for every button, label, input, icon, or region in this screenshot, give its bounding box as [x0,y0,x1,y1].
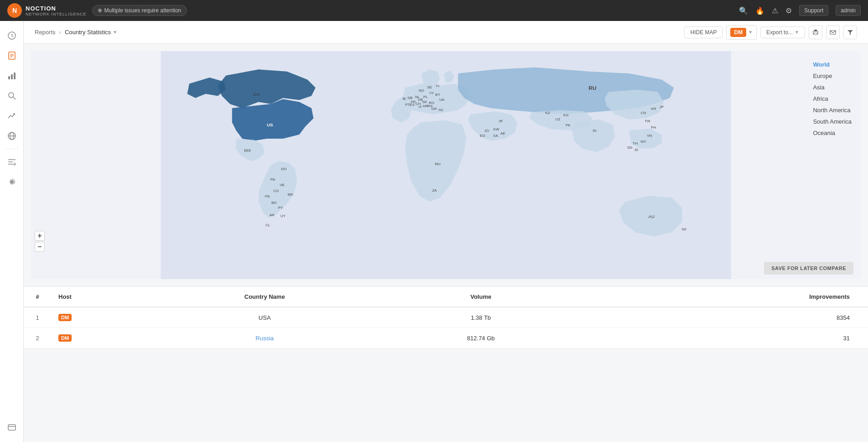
settings-circle-icon[interactable]: ⚙ [785,6,792,15]
alert-icon [98,9,102,12]
map-container: CA US MX DO PA VE CO BR PE BO PY AR UY C… [24,44,868,286]
breadcrumb-current[interactable]: Country Statistics ▼ [65,29,117,36]
svg-text:ID: ID [634,148,638,152]
svg-text:TW: TW [645,119,650,123]
sidebar-item-gear[interactable] [3,173,21,191]
region-asia[interactable]: Asia [811,83,853,92]
svg-marker-22 [847,30,853,35]
export-button[interactable]: Export to... ▼ [760,26,805,38]
table-row: 2 DM Russia 812.74 Gb 31 [24,328,868,348]
cell-country: USA [142,307,387,328]
svg-rect-6 [11,74,13,79]
cell-volume: 812.74 Gb [387,328,575,348]
svg-text:FI: FI [436,84,439,88]
breadcrumb-reports[interactable]: Reports [35,29,56,36]
logo-icon: N [7,3,22,18]
warning-icon[interactable]: ⚠ [772,6,778,15]
col-volume: Volume [387,287,575,307]
sidebar-item-search[interactable] [3,87,21,105]
search-icon[interactable]: 🔍 [739,6,748,15]
sidebar-item-globe[interactable] [3,127,21,145]
svg-text:ZA: ZA [432,188,437,192]
svg-text:AR: AR [270,213,275,217]
email-button[interactable] [826,26,840,39]
svg-rect-7 [14,73,16,79]
data-table: # Host Country Name Volume Improvements … [24,286,868,348]
filter-button[interactable] [843,26,857,39]
top-navigation: N NOCTION NETWORK INTELLIGENCE Multiple … [0,0,868,21]
header-actions: HIDE MAP DM ▼ Export to... ▼ [684,25,857,40]
region-south-america[interactable]: South America [811,117,853,126]
nav-left: N NOCTION NETWORK INTELLIGENCE Multiple … [7,3,187,18]
cell-number: 1 [24,307,51,328]
svg-rect-20 [814,33,817,35]
host-dm-badge: DM [730,28,746,37]
table-row: 1 DM USA 1.38 Tb 8354 [24,307,868,328]
sidebar-item-analytics[interactable] [3,67,21,85]
main-layout: Reports › Country Statistics ▼ HIDE MAP … [0,21,868,442]
breadcrumb-chevron: ▼ [113,30,117,35]
zoom-in-button[interactable]: + [35,231,45,241]
support-button[interactable]: Support [799,5,828,16]
col-host: Host [51,287,142,307]
main-content: Reports › Country Statistics ▼ HIDE MAP … [24,21,868,442]
nav-right: 🔍 🔥 ⚠ ⚙ Support admin [739,5,861,16]
svg-text:PL: PL [423,95,428,99]
cell-improvements: 8354 [575,307,868,328]
svg-text:TR: TR [438,108,443,112]
cell-improvements: 31 [575,328,868,348]
sidebar-item-dashboard[interactable] [3,26,21,45]
cell-country[interactable]: Russia [142,328,387,348]
zoom-out-button[interactable]: − [35,242,45,252]
save-compare-button[interactable]: SAVE FOR LATER COMPARE [764,262,853,275]
sidebar-item-routing[interactable] [3,153,21,171]
region-list: World Europe Asia Africa North America S… [811,60,853,137]
admin-button[interactable]: admin [836,5,861,16]
region-north-america[interactable]: North America [811,106,853,114]
alert-text: Multiple issues require attention [104,7,182,14]
table-header-row: # Host Country Name Volume Improvements [24,287,868,307]
hide-map-button[interactable]: HIDE MAP [684,26,722,38]
country-link[interactable]: Russia [255,335,274,342]
flame-icon[interactable]: 🔥 [755,6,764,15]
host-chevron: ▼ [748,30,753,35]
host-badge: DM [58,314,72,321]
map-wrapper[interactable]: CA US MX DO PA VE CO BR PE BO PY AR UY C… [31,51,861,279]
sidebar [0,21,24,442]
region-africa[interactable]: Africa [811,94,853,103]
svg-text:US: US [267,122,273,127]
svg-rect-16 [8,425,16,430]
logo[interactable]: N NOCTION NETWORK INTELLIGENCE [7,3,87,18]
svg-text:KW: KW [494,127,499,131]
svg-text:CL: CL [265,223,270,227]
svg-rect-19 [814,30,817,31]
svg-text:LV: LV [430,91,434,95]
svg-text:CA: CA [254,92,260,97]
svg-text:PK: PK [566,123,571,127]
cell-host: DM [51,328,142,348]
svg-text:CO: CO [273,189,279,193]
sidebar-item-bottom[interactable] [3,418,21,437]
alert-badge[interactable]: Multiple issues require attention [92,5,187,16]
region-world[interactable]: World [811,60,853,69]
col-number: # [24,287,51,307]
svg-line-9 [13,97,16,99]
print-button[interactable] [809,26,822,39]
sidebar-item-reports[interactable] [3,47,21,65]
region-europe[interactable]: Europe [811,72,853,80]
col-country-name: Country Name [142,287,387,307]
svg-text:PA: PA [270,177,275,182]
sidebar-item-trends[interactable] [3,107,21,125]
svg-rect-5 [8,76,10,79]
svg-text:CN: CN [641,111,646,115]
country-stats-table: # Host Country Name Volume Improvements … [24,287,868,348]
svg-text:EG: EG [480,134,485,138]
page-header: Reports › Country Statistics ▼ HIDE MAP … [24,21,868,44]
svg-text:MY: MY [641,140,647,144]
export-chevron: ▼ [795,30,799,35]
svg-text:UA: UA [439,98,445,102]
svg-text:UY: UY [281,214,286,218]
region-oceania[interactable]: Oceania [811,129,853,137]
host-selector[interactable]: DM ▼ [726,25,757,40]
svg-text:DO: DO [281,167,286,171]
